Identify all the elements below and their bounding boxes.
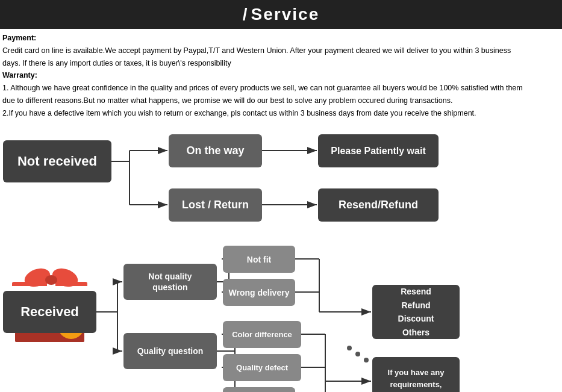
received-box: Received — [3, 291, 96, 333]
warranty-3: 2.If you have a defective item which you… — [2, 108, 560, 119]
svg-point-42 — [45, 275, 57, 285]
svg-rect-43 — [15, 333, 84, 342]
svg-point-29 — [355, 352, 360, 356]
please-wait-box: Please Patiently wait — [318, 134, 439, 167]
damage-box: Damage — [223, 387, 295, 392]
not-quality-box: Not quality question — [123, 264, 217, 300]
svg-point-30 — [364, 358, 369, 362]
warranty-1: 1. Although we have great confidence in … — [2, 82, 560, 94]
quality-question-box: Quality question — [123, 333, 217, 369]
not-received-box: Not received — [3, 140, 111, 182]
quality-defect-box: Quality defect — [223, 354, 301, 381]
warranty-2: due to different reasons.But no matter w… — [2, 95, 560, 107]
payment-line1: Credit card on line is available.We acce… — [2, 45, 560, 57]
color-difference-box: Color difference — [223, 321, 301, 348]
not-fit-box: Not fit — [223, 246, 295, 273]
svg-point-28 — [347, 346, 352, 350]
payment-line2: days. If there is any import duties or t… — [2, 58, 560, 69]
svg-point-41 — [50, 266, 81, 290]
resend-refund-box: Resend/Refund — [318, 188, 439, 222]
resend-options-box: Resend Refund Discount Others — [372, 285, 460, 339]
lost-return-box: Lost / Return — [169, 188, 262, 222]
on-the-way-box: On the way — [169, 134, 262, 167]
warranty-label: Warranty: — [2, 71, 37, 79]
slash-decoration: / — [243, 5, 248, 24]
svg-point-40 — [22, 266, 53, 290]
payment-label: Payment: — [2, 34, 36, 42]
page-header: / Service — [0, 0, 562, 29]
flow-diagram: Not received On the way Please Patiently… — [0, 122, 562, 392]
requirements-box: If you have any requirements, please tel… — [372, 357, 460, 392]
info-section: Payment: Credit card on line is availabl… — [0, 29, 562, 122]
page-title: Service — [251, 5, 320, 24]
wrong-delivery-box: Wrong delivery — [223, 279, 295, 306]
